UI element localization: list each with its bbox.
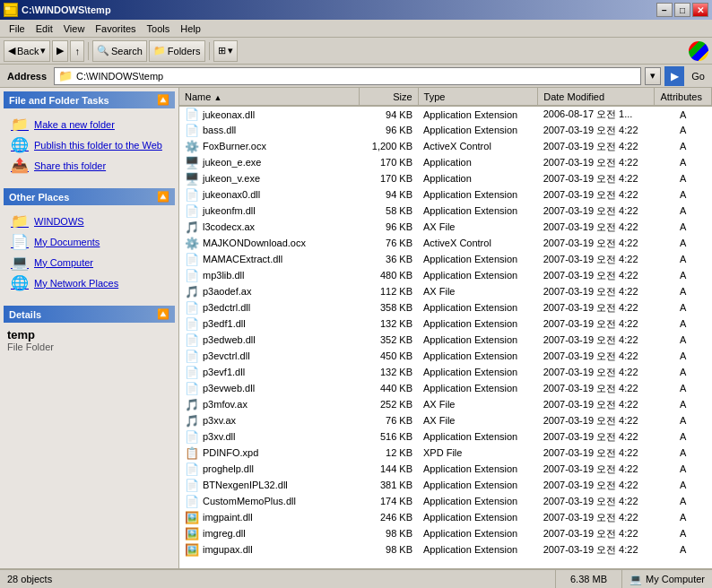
table-row[interactable]: 🎵 p3xv.ax 76 KB AX File 2007-03-19 오전 4:… — [179, 412, 712, 428]
menu-tools[interactable]: Tools — [142, 22, 176, 36]
file-attributes: A — [655, 299, 712, 316]
file-icon: 📄 — [185, 108, 199, 121]
file-name-cell: 🎵 p3aodef.ax — [179, 283, 359, 299]
file-name: jukeonax.dll — [203, 109, 255, 120]
file-size: 94 KB — [359, 186, 418, 203]
other-places-header[interactable]: Other Places 🔼 — [4, 188, 175, 205]
table-row[interactable]: 📋 PDINFO.xpd 12 KB XPD File 2007-03-19 오… — [179, 445, 712, 461]
address-dropdown[interactable]: ▾ — [645, 67, 661, 85]
table-row[interactable]: 📄 p3evweb.dll 440 KB Application Extensi… — [179, 380, 712, 396]
file-name: p3evctrl.dll — [203, 350, 250, 361]
maximize-button[interactable]: □ — [674, 3, 690, 17]
file-type: Application Extension — [418, 106, 538, 122]
table-row[interactable]: 🖥️ jukeon_e.exe 170 KB Application 2007-… — [179, 154, 712, 170]
file-type: Application Extension — [418, 316, 538, 332]
windows-item[interactable]: 📁 WINDOWS — [7, 211, 171, 231]
publish-folder-item[interactable]: 🌐 Publish this folder to the Web — [7, 134, 171, 155]
toolbar: ◀ Back ▾ ▶ ↑ 🔍 Search 📁 Folders ⊞ ▾ — [0, 38, 712, 65]
file-type: Application Extension — [418, 477, 538, 493]
menu-file[interactable]: File — [4, 22, 30, 36]
table-row[interactable]: 📄 MAMACExtract.dll 36 KB Application Ext… — [179, 251, 712, 267]
table-row[interactable]: 🖼️ imgupax.dll 98 KB Application Extensi… — [179, 541, 712, 558]
file-icon: 🎵 — [185, 220, 199, 234]
table-row[interactable]: 🖼️ imgpaint.dll 246 KB Application Exten… — [179, 509, 712, 525]
address-input[interactable]: 📁 C:\WINDOWS\temp — [54, 67, 641, 85]
share-folder-item[interactable]: 📤 Share this folder — [7, 155, 171, 176]
col-size[interactable]: Size — [359, 88, 418, 106]
file-size: 480 KB — [359, 267, 418, 283]
file-attributes: A — [655, 525, 712, 541]
forward-button[interactable]: ▶ — [52, 40, 68, 62]
table-row[interactable]: 🎵 l3codecx.ax 96 KB AX File 2007-03-19 오… — [179, 219, 712, 235]
col-attributes[interactable]: Attributes — [655, 88, 712, 106]
file-folder-tasks-header[interactable]: File and Folder Tasks 🔼 — [4, 91, 175, 108]
views-button[interactable]: ⊞ ▾ — [213, 40, 238, 62]
table-row[interactable]: 📄 proghelp.dll 144 KB Application Extens… — [179, 461, 712, 477]
file-name-cell: 📄 p3edctrl.dll — [179, 299, 359, 316]
table-row[interactable]: 📄 jukeonfm.dll 58 KB Application Extensi… — [179, 203, 712, 219]
svg-rect-1 — [5, 7, 10, 11]
file-attributes: A — [655, 445, 712, 461]
file-name: p3aodef.ax — [203, 286, 251, 297]
file-size: 96 KB — [359, 219, 418, 235]
details-header[interactable]: Details 🔼 — [4, 306, 175, 323]
table-row[interactable]: 📄 BTNexgenIPL32.dll 381 KB Application E… — [179, 477, 712, 493]
table-row[interactable]: 📄 p3edctrl.dll 358 KB Application Extens… — [179, 299, 712, 316]
status-location-label: My Computer — [646, 574, 705, 584]
table-row[interactable]: 🎵 p3aodef.ax 112 KB AX File 2007-03-19 오… — [179, 283, 712, 299]
my-computer-item[interactable]: 💻 My Computer — [7, 252, 171, 272]
file-icon: ⚙️ — [185, 140, 199, 153]
table-row[interactable]: 📄 CustomMemoPlus.dll 174 KB Application … — [179, 493, 712, 509]
file-table-container[interactable]: Name ▲ Size Type Date Modified Attribute… — [179, 88, 712, 568]
col-modified[interactable]: Date Modified — [538, 88, 655, 106]
file-icon: 📄 — [185, 382, 199, 395]
my-documents-item[interactable]: 📄 My Documents — [7, 231, 171, 252]
go-button[interactable]: ▶ — [664, 66, 684, 86]
table-row[interactable]: 📄 p3edweb.dll 352 KB Application Extensi… — [179, 332, 712, 348]
file-name: l3codecx.ax — [203, 221, 255, 232]
table-row[interactable]: 📄 p3evctrl.dll 450 KB Application Extens… — [179, 348, 712, 364]
file-icon: 📄 — [185, 269, 199, 282]
table-row[interactable]: 📄 jukeonax.dll 94 KB Application Extensi… — [179, 106, 712, 122]
table-row[interactable]: 📄 p3edf1.dll 132 KB Application Extensio… — [179, 316, 712, 332]
table-row[interactable]: 📄 bass.dll 96 KB Application Extension 2… — [179, 122, 712, 138]
network-icon: 🌐 — [11, 274, 29, 291]
file-type: Application Extension — [418, 251, 538, 267]
table-row[interactable]: 🖼️ imgreg.dll 98 KB Application Extensio… — [179, 525, 712, 541]
menu-view[interactable]: View — [58, 22, 91, 36]
file-size: 96 KB — [359, 122, 418, 138]
table-row[interactable]: 📄 jukeonax0.dll 94 KB Application Extens… — [179, 186, 712, 203]
up-arrow-icon: ↑ — [74, 46, 80, 56]
file-icon: 📄 — [185, 188, 199, 202]
table-row[interactable]: ⚙️ MAJKONDownload.ocx 76 KB ActiveX Cont… — [179, 235, 712, 251]
menu-favorites[interactable]: Favorites — [90, 22, 141, 36]
details-title: Details — [9, 309, 41, 320]
forward-arrow-icon: ▶ — [56, 45, 64, 56]
menu-help[interactable]: Help — [175, 22, 206, 36]
file-name: bass.dll — [203, 125, 236, 135]
up-button[interactable]: ↑ — [70, 40, 84, 62]
minimize-button[interactable]: − — [656, 3, 673, 17]
status-location: 💻 My Computer — [622, 574, 712, 585]
file-name-cell: 📄 proghelp.dll — [179, 461, 359, 477]
file-icon: 📄 — [185, 204, 199, 218]
folders-button[interactable]: 📁 Folders — [149, 40, 205, 62]
menu-edit[interactable]: Edit — [30, 22, 58, 36]
search-button[interactable]: 🔍 Search — [92, 40, 147, 62]
table-row[interactable]: 📄 mp3lib.dll 480 KB Application Extensio… — [179, 267, 712, 283]
back-button[interactable]: ◀ Back ▾ — [4, 40, 50, 62]
table-row[interactable]: 🖥️ jukeon_v.exe 170 KB Application 2007-… — [179, 170, 712, 186]
col-name[interactable]: Name ▲ — [179, 88, 359, 106]
my-network-places-item[interactable]: 🌐 My Network Places — [7, 272, 171, 293]
make-new-folder-item[interactable]: 📁 Make a new folder — [7, 114, 171, 134]
file-size: 170 KB — [359, 170, 418, 186]
close-button[interactable]: ✕ — [692, 3, 708, 17]
table-row[interactable]: 🎵 p3mfov.ax 252 KB AX File 2007-03-19 오전… — [179, 396, 712, 412]
file-modified: 2007-03-19 오전 4:22 — [538, 267, 655, 283]
table-row[interactable]: 📄 p3xv.dll 516 KB Application Extension … — [179, 428, 712, 445]
table-row[interactable]: ⚙️ FoxBurner.ocx 1,200 KB ActiveX Contro… — [179, 138, 712, 154]
col-type[interactable]: Type — [418, 88, 538, 106]
file-type: Application Extension — [418, 348, 538, 364]
table-row[interactable]: 📄 p3evf1.dll 132 KB Application Extensio… — [179, 364, 712, 380]
file-attributes: A — [655, 461, 712, 477]
